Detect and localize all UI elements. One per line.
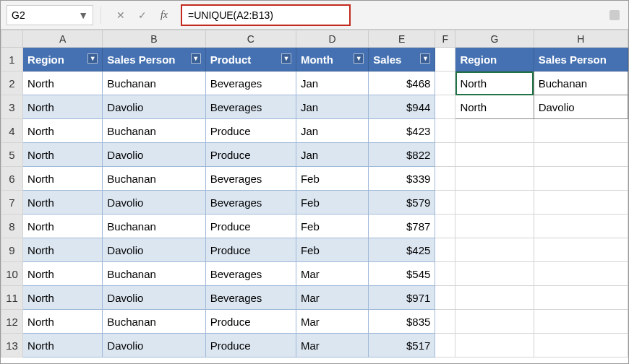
row-header-5[interactable]: 5 [1, 143, 23, 167]
cell-E6[interactable]: $339 [369, 167, 435, 191]
cell-F10[interactable] [435, 262, 455, 286]
enter-icon[interactable]: ✓ [136, 9, 149, 21]
cell-B10[interactable]: Buchanan [103, 262, 205, 286]
cell-H3[interactable]: Davolio [534, 95, 628, 119]
cell-B4[interactable]: Buchanan [103, 119, 205, 143]
cell-E8[interactable]: $787 [369, 214, 435, 238]
filter-dropdown-icon[interactable]: ▼ [87, 53, 98, 64]
cell-E3[interactable]: $944 [369, 95, 435, 119]
cell-F6[interactable] [435, 167, 455, 191]
cell-C8[interactable]: Produce [205, 214, 296, 238]
col-header-G[interactable]: G [455, 30, 534, 48]
cell-E4[interactable]: $423 [369, 119, 435, 143]
cell-E5[interactable]: $822 [369, 143, 435, 167]
cell-F9[interactable] [435, 238, 455, 262]
row-header-1[interactable]: 1 [1, 48, 23, 72]
col-header-H[interactable]: H [534, 30, 628, 48]
col-header-C[interactable]: C [205, 30, 296, 48]
cell-C5[interactable]: Produce [205, 143, 296, 167]
cell-A4[interactable]: North [23, 119, 103, 143]
cell-H2[interactable]: Buchanan [534, 72, 628, 95]
cell-C13[interactable]: Produce [205, 334, 296, 358]
cell-A13[interactable]: North [23, 334, 103, 358]
cell-F7[interactable] [435, 191, 455, 214]
row-header-7[interactable]: 7 [1, 191, 23, 214]
cell-C12[interactable]: Produce [205, 310, 296, 334]
cell-F2[interactable] [435, 72, 455, 95]
cell-F12[interactable] [435, 310, 455, 334]
cell-B8[interactable]: Buchanan [103, 214, 205, 238]
table2-header-salesperson[interactable]: Sales Person [534, 48, 628, 72]
fx-icon[interactable]: fx [158, 9, 171, 21]
cancel-icon[interactable]: ✕ [114, 9, 127, 21]
cell-E7[interactable]: $579 [369, 191, 435, 214]
row-header-13[interactable]: 13 [1, 334, 23, 358]
row-header-8[interactable]: 8 [1, 214, 23, 238]
cell-C7[interactable]: Beverages [205, 191, 296, 214]
cell-A3[interactable]: North [23, 95, 103, 119]
cell-F11[interactable] [435, 286, 455, 310]
cell-D2[interactable]: Jan [296, 72, 368, 95]
cell-C2[interactable]: Beverages [205, 72, 296, 95]
cell-F8[interactable] [435, 214, 455, 238]
cell-C4[interactable]: Produce [205, 119, 296, 143]
cell-A7[interactable]: North [23, 191, 103, 214]
cell-E13[interactable]: $517 [369, 334, 435, 358]
row-header-11[interactable]: 11 [1, 286, 23, 310]
cell-A8[interactable]: North [23, 214, 103, 238]
cell-E10[interactable]: $545 [369, 262, 435, 286]
cell-C10[interactable]: Beverages [205, 262, 296, 286]
cell-D13[interactable]: Mar [296, 334, 368, 358]
cell-D11[interactable]: Mar [296, 286, 368, 310]
cell-D3[interactable]: Jan [296, 95, 368, 119]
dropdown-icon[interactable]: ▼ [78, 9, 88, 21]
cell-F13[interactable] [435, 334, 455, 358]
cell-B2[interactable]: Buchanan [103, 72, 205, 95]
cell-D6[interactable]: Feb [296, 167, 368, 191]
cell-D4[interactable]: Jan [296, 119, 368, 143]
cell-A2[interactable]: North [23, 72, 103, 95]
cell-A11[interactable]: North [23, 286, 103, 310]
cell-G6[interactable] [455, 167, 534, 191]
cell-E9[interactable]: $425 [369, 238, 435, 262]
filter-dropdown-icon[interactable]: ▼ [281, 53, 291, 64]
filter-dropdown-icon[interactable]: ▼ [354, 53, 364, 64]
row-header-10[interactable]: 10 [1, 262, 23, 286]
cell-D7[interactable]: Feb [296, 191, 368, 214]
table1-header-region[interactable]: Region▼ [23, 48, 103, 72]
expand-formula-bar-icon[interactable] [609, 10, 620, 20]
cell-G2[interactable]: North [455, 72, 534, 95]
cell-H11[interactable] [534, 286, 628, 310]
cell-H5[interactable] [534, 143, 628, 167]
cell-H6[interactable] [534, 167, 628, 191]
cell-G8[interactable] [455, 214, 534, 238]
cell-B13[interactable]: Davolio [103, 334, 205, 358]
cell-G10[interactable] [455, 262, 534, 286]
cell-A6[interactable]: North [23, 167, 103, 191]
row-header-2[interactable]: 2 [1, 72, 23, 95]
cell-D5[interactable]: Jan [296, 143, 368, 167]
cell-H4[interactable] [534, 119, 628, 143]
cell-G5[interactable] [455, 143, 534, 167]
cell-A9[interactable]: North [23, 238, 103, 262]
cell-B9[interactable]: Davolio [103, 238, 205, 262]
table1-header-product[interactable]: Product▼ [205, 48, 296, 72]
cell-H7[interactable] [534, 191, 628, 214]
spreadsheet-grid[interactable]: A B C D E F G H 1 Region▼ Sales Person▼ … [1, 30, 628, 358]
cell-G9[interactable] [455, 238, 534, 262]
cell-F3[interactable] [435, 95, 455, 119]
col-header-B[interactable]: B [103, 30, 205, 48]
row-header-6[interactable]: 6 [1, 167, 23, 191]
row-header-4[interactable]: 4 [1, 119, 23, 143]
table2-header-region[interactable]: Region [455, 48, 534, 72]
cell-E11[interactable]: $971 [369, 286, 435, 310]
cell-G3[interactable]: North [455, 95, 534, 119]
cell-E12[interactable]: $835 [369, 310, 435, 334]
cell-H12[interactable] [534, 310, 628, 334]
name-box[interactable]: G2 ▼ [7, 5, 93, 25]
row-header-9[interactable]: 9 [1, 238, 23, 262]
cell-D9[interactable]: Feb [296, 238, 368, 262]
cell-G7[interactable] [455, 191, 534, 214]
cell-A10[interactable]: North [23, 262, 103, 286]
cell-B3[interactable]: Davolio [103, 95, 205, 119]
